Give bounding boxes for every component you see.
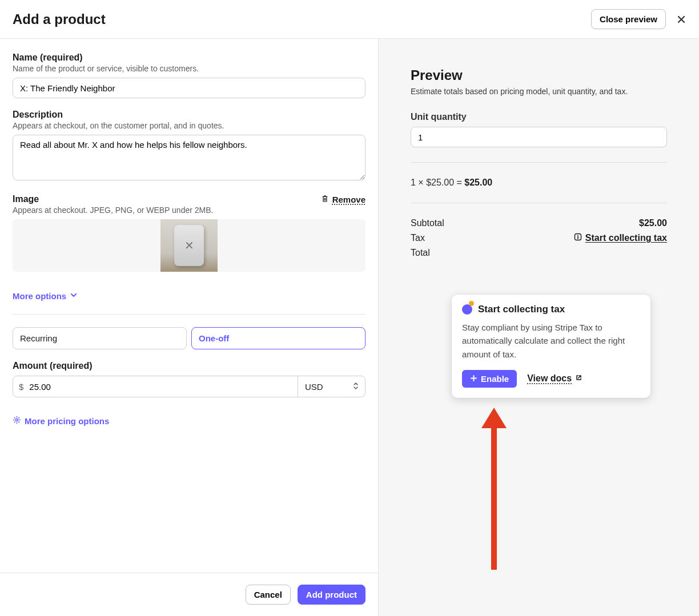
remove-image-button[interactable]: Remove [321, 195, 365, 204]
popover-body: Stay compliant by using Stripe Tax to au… [462, 321, 640, 361]
preview-panel: Preview Estimate totals based on pricing… [379, 39, 699, 616]
preview-help: Estimate totals based on pricing model, … [411, 87, 667, 96]
amount-label: Amount (required) [13, 361, 365, 371]
chevron-down-icon [70, 291, 78, 301]
close-preview-button[interactable]: Close preview [591, 9, 666, 29]
popover-title: Start collecting tax [478, 304, 565, 315]
preview-title: Preview [411, 67, 667, 83]
pricing-recurring-option[interactable]: Recurring [13, 327, 187, 349]
pricing-oneoff-option[interactable]: One-off [191, 327, 365, 349]
more-pricing-options-button[interactable]: More pricing options [13, 416, 109, 426]
trash-icon [321, 195, 329, 204]
form-footer: Cancel Add product [0, 573, 378, 616]
start-collecting-tax-link[interactable]: Start collecting tax [574, 233, 667, 243]
amount-field-group: Amount (required) $ USD [13, 361, 365, 397]
view-docs-link[interactable]: View docs [527, 373, 582, 384]
description-label: Description [13, 110, 365, 120]
pricing-type-selector: Recurring One-off [13, 327, 365, 349]
product-image: ✕ [160, 219, 218, 272]
add-product-button[interactable]: Add product [298, 585, 365, 605]
more-options-toggle[interactable]: More options [13, 291, 78, 301]
image-field-group: Image Remove Appears at checkout. JPEG, … [13, 194, 365, 272]
page-title: Add a product [13, 11, 106, 27]
enable-tax-button[interactable]: Enable [462, 370, 517, 388]
description-input[interactable] [13, 135, 365, 180]
page-header: Add a product Close preview [0, 0, 699, 39]
name-input[interactable] [13, 78, 365, 98]
plus-icon [470, 374, 477, 384]
gear-icon [13, 416, 21, 426]
amount-input[interactable] [29, 376, 298, 397]
name-help: Name of the product or service, visible … [13, 64, 365, 73]
tax-popover: Start collecting tax Stay compliant by u… [452, 295, 650, 398]
name-label: Name (required) [13, 53, 365, 63]
name-field-group: Name (required) Name of the product or s… [13, 53, 365, 98]
info-icon [574, 233, 582, 243]
subtotal-row: Subtotal $25.00 [411, 218, 667, 228]
currency-select[interactable]: USD [298, 376, 365, 397]
currency-symbol: $ [13, 376, 29, 397]
select-updown-icon [352, 381, 359, 392]
unit-quantity-label: Unit quantity [411, 112, 667, 122]
form-panel: Name (required) Name of the product or s… [0, 39, 379, 616]
image-label: Image [13, 194, 39, 204]
svg-point-0 [16, 419, 18, 421]
external-link-icon [575, 373, 582, 384]
image-help: Appears at checkout. JPEG, PNG, or WEBP … [13, 206, 365, 215]
image-preview[interactable]: ✕ [13, 219, 365, 272]
tax-row: Tax Start collecting tax [411, 233, 667, 243]
description-help: Appears at checkout, on the customer por… [13, 121, 365, 130]
calculation-line: 1 × $25.00 = $25.00 [411, 178, 667, 188]
close-icon[interactable] [676, 14, 686, 25]
description-field-group: Description Appears at checkout, on the … [13, 110, 365, 183]
annotation-arrow [476, 404, 516, 575]
cancel-button[interactable]: Cancel [246, 585, 291, 605]
unit-quantity-input[interactable] [411, 127, 667, 147]
total-row: Total [411, 248, 667, 258]
tax-icon [462, 304, 472, 315]
